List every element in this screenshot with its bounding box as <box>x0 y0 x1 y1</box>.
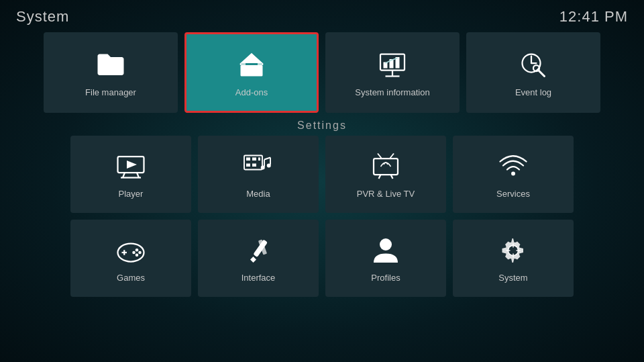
tile-file-manager[interactable]: File manager <box>44 32 178 113</box>
tile-interface-label: Interface <box>241 273 276 283</box>
tile-system-label: System <box>498 273 527 283</box>
svg-rect-35 <box>374 159 398 175</box>
tile-pvr-live-tv[interactable]: PVR & Live TV <box>325 136 446 213</box>
tile-player-label: Player <box>119 189 144 199</box>
svg-marker-49 <box>250 257 256 263</box>
svg-point-51 <box>380 238 392 251</box>
interface-icon <box>241 234 275 267</box>
svg-marker-5 <box>252 53 263 63</box>
tile-event-log[interactable]: Event log <box>466 32 600 113</box>
tile-player[interactable]: Player <box>70 136 191 213</box>
settings-tiles-row2: Games Interface Profiles <box>0 220 644 297</box>
tile-file-manager-label: File manager <box>85 87 136 97</box>
tile-interface[interactable]: Interface <box>198 220 319 297</box>
media-icon <box>241 150 275 183</box>
player-icon <box>114 150 148 183</box>
svg-rect-28 <box>246 164 250 167</box>
tile-system-information[interactable]: System information <box>325 32 460 113</box>
tile-services[interactable]: Services <box>453 136 574 213</box>
system-icon <box>496 234 530 267</box>
svg-rect-29 <box>252 164 256 167</box>
svg-rect-26 <box>252 158 256 161</box>
tile-media-label: Media <box>246 189 270 199</box>
tile-system[interactable]: System <box>453 220 574 297</box>
profiles-icon <box>369 234 402 267</box>
svg-rect-25 <box>246 158 250 161</box>
svg-marker-4 <box>241 53 252 63</box>
pvr-icon <box>369 150 402 183</box>
svg-point-46 <box>136 254 139 257</box>
tile-games-label: Games <box>117 273 145 283</box>
tile-media[interactable]: Media <box>198 136 319 213</box>
tile-profiles-label: Profiles <box>371 273 400 283</box>
tile-services-label: Services <box>496 189 530 199</box>
settings-tiles-row1: Player Media <box>0 136 644 213</box>
tile-add-ons[interactable]: Add-ons <box>184 32 319 113</box>
addons-icon <box>235 48 268 82</box>
top-tiles-row: File manager Add-ons <box>0 30 644 113</box>
svg-marker-23 <box>127 161 137 169</box>
svg-point-44 <box>136 248 139 252</box>
svg-point-40 <box>511 172 515 176</box>
services-icon <box>496 150 530 183</box>
tile-games[interactable]: Games <box>70 220 191 297</box>
svg-point-45 <box>138 251 142 255</box>
page-title: System <box>16 8 69 26</box>
tile-event-log-label: Event log <box>515 87 551 97</box>
folder-icon <box>94 48 127 82</box>
header: System 12:41 PM <box>0 0 644 30</box>
svg-rect-0 <box>241 65 263 77</box>
sysinfo-icon <box>376 48 409 82</box>
svg-point-47 <box>132 251 136 255</box>
eventlog-icon <box>517 48 550 82</box>
svg-point-34 <box>267 164 271 168</box>
settings-heading: Settings <box>0 113 644 136</box>
games-icon <box>114 234 148 267</box>
tile-add-ons-label: Add-ons <box>235 87 268 97</box>
svg-line-31 <box>264 158 270 160</box>
svg-line-17 <box>539 70 545 76</box>
svg-rect-27 <box>258 158 260 161</box>
svg-point-33 <box>261 166 265 170</box>
clock: 12:41 PM <box>559 8 628 26</box>
tile-profiles[interactable]: Profiles <box>325 220 446 297</box>
tile-system-information-label: System information <box>355 87 429 97</box>
tile-pvr-live-tv-label: PVR & Live TV <box>357 189 415 199</box>
